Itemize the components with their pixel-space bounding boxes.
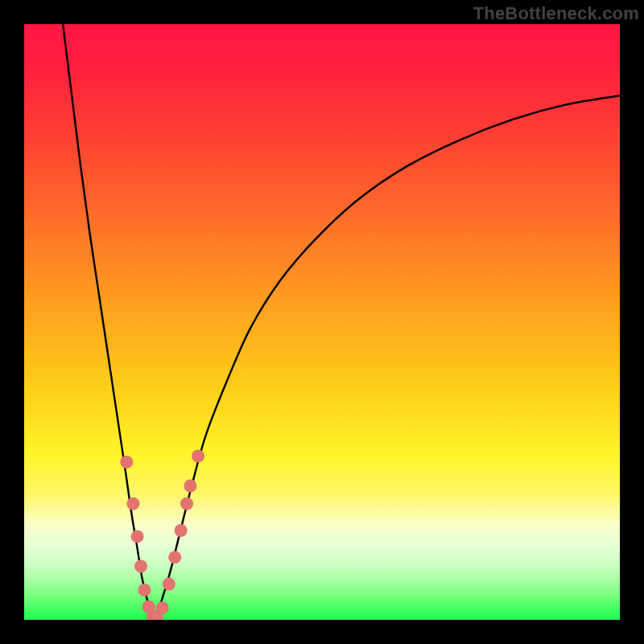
chart-frame: TheBottleneck.com <box>0 0 644 644</box>
data-marker <box>156 601 169 614</box>
watermark-text: TheBottleneck.com <box>473 3 639 24</box>
data-marker <box>163 578 175 591</box>
data-marker <box>134 559 147 572</box>
curve-left-branch <box>63 24 155 620</box>
data-marker <box>168 551 181 564</box>
data-marker <box>184 480 196 493</box>
data-marker <box>120 456 133 469</box>
data-marker <box>131 530 144 543</box>
curve-right-branch <box>155 96 620 620</box>
data-marker <box>180 497 193 510</box>
marker-group <box>120 450 204 621</box>
data-marker <box>192 450 204 463</box>
curve-group <box>63 24 620 620</box>
data-marker <box>138 584 151 597</box>
plot-area <box>24 24 620 620</box>
chart-overlay <box>24 24 620 620</box>
data-marker <box>126 497 139 510</box>
data-marker <box>175 524 188 537</box>
